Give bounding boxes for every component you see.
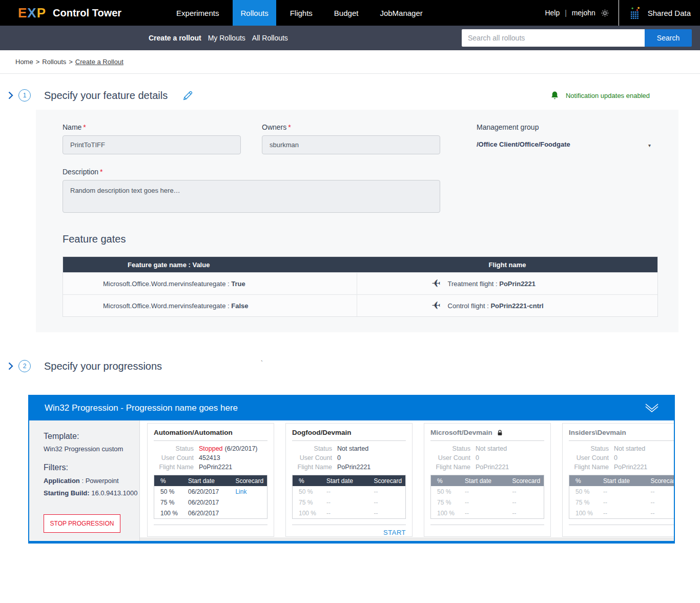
shared-data-link[interactable]: Shared Data bbox=[619, 7, 700, 19]
breadcrumb-home[interactable]: Home bbox=[15, 58, 33, 66]
user-count-label: User Count bbox=[154, 454, 194, 461]
double-chevron-down-icon[interactable] bbox=[645, 404, 658, 413]
notification-status: Notification updates enabled bbox=[550, 90, 650, 101]
brand-logo[interactable]: EXP Control Tower bbox=[0, 0, 121, 26]
nav-tab-experiments[interactable]: Experiments bbox=[169, 0, 227, 26]
stage-scorecard: -- bbox=[374, 510, 405, 517]
pct-column-header: % bbox=[154, 477, 188, 485]
user-count-value: 452413 bbox=[199, 454, 220, 461]
search-group: Search bbox=[462, 29, 692, 47]
stage-row: 75 %---- bbox=[293, 497, 405, 508]
help-user-group: Help | mejohn bbox=[545, 9, 618, 17]
scorecard-column-header: Scorecard bbox=[235, 477, 267, 485]
stage-date: 06/20/2017 bbox=[188, 488, 235, 495]
breadcrumb-current[interactable]: Create a Rollout bbox=[75, 58, 123, 66]
stage-scorecard: -- bbox=[650, 488, 674, 495]
status-value: Stopped bbox=[199, 445, 223, 452]
required-asterisk: * bbox=[83, 123, 86, 131]
logo-letter-e: E bbox=[18, 5, 27, 21]
card-divider bbox=[154, 440, 267, 441]
breadcrumb-separator: > bbox=[69, 58, 73, 66]
management-group-value: /Office Client/Office/Foodgate bbox=[477, 140, 570, 148]
filters-label: Filters: bbox=[44, 463, 139, 472]
stage-date: -- bbox=[603, 510, 650, 517]
gate-value: False bbox=[231, 302, 248, 310]
progression-card-dogfood: Dogfood/Devmain StatusNot started User C… bbox=[285, 423, 413, 537]
subnav-my-rollouts[interactable]: My Rollouts bbox=[208, 34, 245, 42]
breadcrumb-rollouts[interactable]: Rollouts bbox=[42, 58, 66, 66]
help-user-separator: | bbox=[565, 9, 567, 17]
search-input[interactable] bbox=[462, 29, 645, 47]
subnav-links: Create a rollout My Rollouts All Rollout… bbox=[149, 34, 288, 42]
edit-pencil-icon[interactable] bbox=[182, 90, 194, 102]
progression-header: Win32 Progression - Progression name goe… bbox=[29, 396, 674, 420]
progression-cards: Automation/Automation StatusStopped(6/20… bbox=[140, 420, 674, 541]
progression-card-automation: Automation/Automation StatusStopped(6/20… bbox=[147, 423, 274, 537]
nav-tab-rollouts[interactable]: Rollouts bbox=[233, 0, 276, 26]
stage-scorecard: -- bbox=[650, 510, 674, 517]
stop-progression-button[interactable]: STOP PROGRESSION bbox=[44, 514, 120, 533]
subnav-create-a-rollout[interactable]: Create a rollout bbox=[149, 34, 201, 42]
start-button[interactable]: START bbox=[383, 529, 406, 536]
cards-horizontal-scrollbar[interactable] bbox=[140, 537, 674, 541]
stage-scorecard: -- bbox=[374, 488, 405, 495]
feature-gates-heading: Feature gates bbox=[63, 233, 652, 245]
stage-row: 50 %---- bbox=[569, 486, 674, 497]
feature-gates-table: Feature gate name : Value Flight name Mi… bbox=[63, 256, 658, 317]
owners-input[interactable] bbox=[262, 135, 440, 154]
section1-collapse-chevron-icon[interactable] bbox=[8, 91, 13, 99]
management-group-dropdown[interactable]: /Office Client/Office/Foodgate ▾ bbox=[477, 135, 651, 148]
gate-value: True bbox=[231, 280, 245, 288]
description-textarea[interactable]: Random description text goes here… bbox=[63, 180, 440, 213]
section2-collapse-chevron-icon[interactable] bbox=[8, 362, 13, 370]
section1-header: 1 Specify your feature details Notificat… bbox=[8, 85, 700, 106]
plane-icon: ✈ bbox=[431, 278, 441, 289]
stage-pct: 100 % bbox=[154, 510, 188, 517]
progression-stage-table: %Start dateScorecard 50 %06/20/2017Link … bbox=[154, 475, 267, 519]
progression-stage-table: %Start dateScorecard 50 %---- 75 %---- 1… bbox=[569, 475, 674, 519]
section2-step-number: 2 bbox=[18, 360, 31, 372]
flight-name-label: Flight Name bbox=[569, 464, 609, 471]
application-filter-label: Application bbox=[44, 477, 80, 485]
name-input[interactable] bbox=[63, 135, 241, 154]
management-group-label: Management group bbox=[477, 123, 651, 131]
progression-panel: Win32 Progression - Progression name goe… bbox=[28, 395, 675, 544]
flight-name-value: PoPrin2221 bbox=[199, 464, 232, 471]
search-button[interactable]: Search bbox=[645, 29, 692, 47]
gear-icon[interactable] bbox=[601, 9, 609, 17]
progression-body: Template: Win32 Progression custom Filte… bbox=[29, 420, 674, 541]
scorecard-column-header: Scorecard bbox=[374, 477, 405, 485]
scorecard-link[interactable]: Link bbox=[235, 488, 267, 495]
nav-tab-budget[interactable]: Budget bbox=[326, 0, 366, 26]
nav-tab-flights[interactable]: Flights bbox=[282, 0, 320, 26]
rollouts-sub-nav: Create a rollout My Rollouts All Rollout… bbox=[0, 26, 700, 50]
start-date-column-header: Start date bbox=[326, 477, 374, 485]
stage-scorecard: -- bbox=[374, 499, 405, 506]
nav-tab-jobmanager[interactable]: JobManager bbox=[372, 0, 430, 26]
help-link[interactable]: Help bbox=[545, 9, 560, 17]
feature-gate-row: Microsoft.Office.Word.mervinsfeaturegate… bbox=[63, 272, 657, 294]
status-value: Not started bbox=[337, 445, 368, 452]
feature-details-panel: Name* Owners* Management group /Office C… bbox=[36, 110, 678, 332]
stage-date: -- bbox=[465, 510, 512, 517]
stage-scorecard: -- bbox=[512, 488, 544, 495]
column-header-flight: Flight name bbox=[357, 261, 657, 269]
status-label: Status bbox=[292, 445, 332, 452]
stage-date: -- bbox=[465, 499, 512, 506]
flight-name-value: PoPrin2221 bbox=[614, 464, 647, 471]
card-title: Dogfood/Devmain bbox=[292, 429, 352, 436]
starting-build-label: Starting Build: bbox=[44, 489, 90, 497]
stray-mark: ` bbox=[261, 360, 263, 367]
flight-name-label: Flight Name bbox=[154, 464, 194, 471]
stage-row: 50 %---- bbox=[293, 486, 405, 497]
flight-name-value: PoPrin2221 bbox=[476, 464, 509, 471]
app-title: Control Tower bbox=[53, 7, 121, 19]
stage-pct: 100 % bbox=[569, 510, 603, 517]
section1-title: Specify your feature details bbox=[44, 90, 168, 102]
subnav-all-rollouts[interactable]: All Rollouts bbox=[252, 34, 288, 42]
flight-name: PoPrin2221-cntrl bbox=[490, 302, 543, 310]
lock-icon bbox=[497, 429, 503, 436]
shared-data-grid-icon bbox=[630, 7, 643, 19]
owners-field-group: Owners* bbox=[262, 123, 440, 154]
username[interactable]: mejohn bbox=[572, 9, 595, 17]
